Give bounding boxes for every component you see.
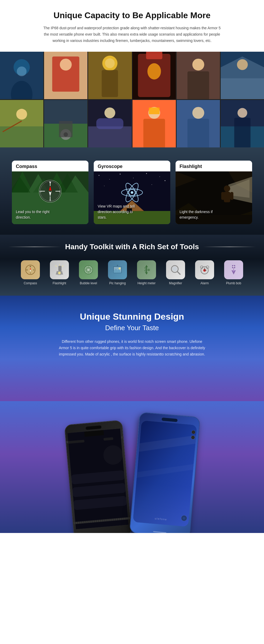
toolkit-item-flashlight: Flashlight: [48, 260, 71, 285]
toolkit-bubble-icon-box: [79, 260, 98, 279]
svg-point-16: [192, 59, 204, 71]
toolkit-flashlight-label: Flashlight: [53, 281, 66, 285]
toolkit-magnifier-label: Magnifier: [169, 281, 182, 285]
svg-point-77: [152, 184, 152, 185]
svg-rect-45: [234, 118, 251, 148]
toolkit-title-line-right: [203, 247, 256, 247]
gyroscope-card: Gyroscope: [94, 161, 170, 224]
svg-text:N: N: [49, 181, 51, 184]
photo-grid: [0, 52, 264, 147]
svg-rect-19: [221, 78, 264, 99]
svg-text:W: W: [26, 269, 28, 271]
svg-point-6: [60, 59, 72, 71]
compass-card: Compass N S W: [12, 161, 88, 224]
svg-point-21: [237, 59, 248, 70]
svg-point-24: [16, 109, 27, 120]
svg-point-13: [147, 63, 161, 80]
toolkit-pic-label: Pic hanging: [109, 281, 126, 285]
svg-marker-124: [145, 265, 148, 267]
svg-rect-9: [102, 70, 118, 97]
svg-rect-17: [187, 71, 209, 99]
flashlight-card: Flashlight Light: [176, 161, 252, 224]
svg-text:m: m: [148, 269, 149, 271]
phone-dark: [64, 420, 132, 533]
toolkit-magnifier-icon-box: [166, 260, 185, 279]
phone-dark-screen: [68, 429, 129, 529]
svg-rect-94: [224, 192, 230, 202]
design-section: Unique Stunning Design Define Your Taste…: [0, 296, 264, 401]
phone-blue-bottom-bar: [153, 531, 166, 533]
gyroscope-card-title: Gyroscope: [94, 161, 170, 171]
toolkit-item-alarm: Alarm: [193, 260, 216, 285]
svg-rect-95: [221, 192, 224, 200]
toolkit-item-magnifier: Magnifier: [164, 260, 187, 285]
camera-dot-1: [191, 430, 195, 434]
features-section: Compass N S W: [0, 147, 264, 235]
toolkit-title-wrapper: Handy Toolkit with A Rich Set of Tools: [8, 243, 256, 251]
phones-container: ulefone: [0, 401, 264, 533]
toolkit-compass-icon-box: N S W E: [21, 260, 40, 279]
flashlight-card-text: Light the darkness if emergency.: [180, 209, 219, 220]
toolkit-item-pic: Pic hanging: [106, 260, 129, 285]
toolkit-height-label: Height meter: [138, 281, 156, 285]
svg-rect-41: [187, 119, 209, 147]
design-title: Unique Stunning Design: [26, 311, 238, 322]
compass-card-title: Compass: [12, 161, 88, 171]
photo-10: [133, 100, 176, 147]
svg-line-110: [55, 266, 57, 267]
svg-point-69: [109, 179, 110, 180]
toolkit-item-compass: N S W E Compass: [18, 260, 42, 285]
toolkit-item-bubble: Bubble level: [77, 260, 100, 285]
svg-point-73: [159, 176, 160, 177]
svg-point-120: [119, 267, 121, 270]
flashlight-card-image: Light the darkness if emergency.: [176, 171, 252, 224]
compass-card-text: Lead you to the right direction.: [16, 209, 55, 220]
gyroscope-card-text: View VR maps and tell direction accordin…: [98, 204, 137, 220]
svg-point-10: [105, 59, 115, 68]
svg-point-40: [192, 107, 204, 119]
svg-point-133: [172, 267, 177, 271]
svg-point-82: [131, 191, 133, 194]
svg-line-134: [177, 272, 180, 274]
svg-line-112: [62, 266, 63, 267]
svg-rect-38: [149, 108, 159, 114]
capacity-title: Unique Capacity to Be Applicable More: [16, 11, 248, 20]
camera-dot-2: [191, 436, 195, 440]
svg-rect-106: [58, 266, 62, 271]
photo-2: [44, 52, 87, 99]
svg-rect-30: [59, 121, 73, 137]
photo-6: [221, 52, 264, 99]
toolkit-pic-icon-box: [108, 260, 127, 279]
photo-7: [0, 100, 43, 147]
svg-rect-34: [96, 118, 124, 129]
svg-text:S: S: [49, 199, 51, 202]
svg-marker-125: [145, 272, 148, 275]
svg-point-109: [58, 272, 61, 274]
toolkit-title: Handy Toolkit with A Rich Set of Tools: [65, 243, 199, 251]
capacity-description: The IP68 dust-proof and waterproof prote…: [42, 25, 222, 44]
svg-point-71: [133, 178, 134, 178]
capacity-section: Unique Capacity to Be Applicable More Th…: [0, 0, 264, 52]
photo-9: [88, 100, 131, 147]
svg-point-70: [120, 174, 121, 175]
toolkit-item-plumb: Plumb bob: [222, 260, 246, 285]
svg-text:S: S: [30, 272, 31, 274]
svg-point-75: [104, 186, 105, 186]
photo-12: [221, 100, 264, 147]
toolkit-section: Handy Toolkit with A Rich Set of Tools N…: [0, 235, 264, 296]
svg-marker-122: [117, 265, 118, 266]
toolkit-flashlight-icon-box: [50, 260, 69, 279]
photo-1: [0, 52, 43, 99]
design-subtitle: Define Your Taste: [26, 324, 238, 332]
photo-8: [44, 100, 87, 147]
compass-card-image: N S W E Lead you to the right direction.: [12, 171, 88, 224]
toolkit-alarm-label: Alarm: [200, 281, 209, 285]
phone-blue-wrapper: ulefone: [135, 412, 195, 533]
svg-point-44: [237, 108, 247, 118]
toolkit-icons-row: N S W E Compass: [8, 260, 256, 285]
photo-5: [177, 52, 220, 99]
svg-point-3: [17, 67, 27, 76]
svg-point-68: [99, 175, 100, 176]
design-description: Different from other rugged phones, it i…: [58, 339, 206, 357]
photo-11: [177, 100, 220, 147]
